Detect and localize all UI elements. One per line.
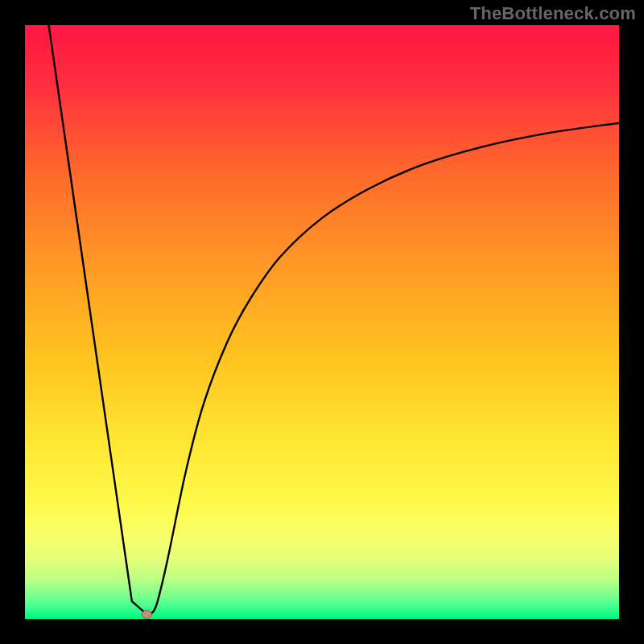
- gradient-background: [25, 25, 619, 619]
- chart-svg: [25, 25, 619, 619]
- optimum-marker: [142, 610, 151, 618]
- watermark-text: TheBottleneck.com: [470, 3, 636, 24]
- plot-inner: [25, 25, 619, 619]
- chart-frame: TheBottleneck.com: [0, 0, 644, 644]
- plot-area: [25, 25, 619, 619]
